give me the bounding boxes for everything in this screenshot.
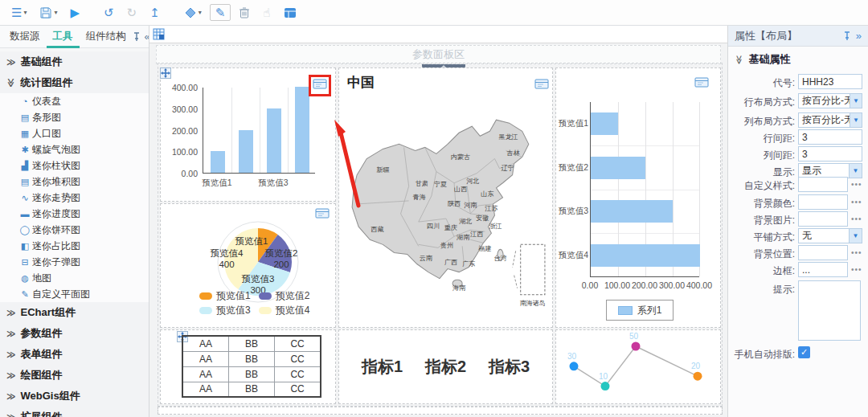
- field-select[interactable]: 按百分比-无▼: [798, 112, 862, 128]
- field-select[interactable]: 无▼: [798, 228, 862, 243]
- report-grid-icon[interactable]: [153, 28, 166, 41]
- parameter-panel[interactable]: 参数面板区: [156, 45, 721, 64]
- checkbox-checked[interactable]: ✓: [798, 346, 810, 358]
- field-input[interactable]: [798, 211, 848, 227]
- table-cell[interactable]: CC: [275, 336, 321, 351]
- province-label: 山东: [481, 190, 493, 198]
- tree-item-population-chart[interactable]: ▦人口图: [0, 125, 149, 141]
- field-select[interactable]: 按百分比-无▼: [798, 93, 862, 108]
- tree-item-custom-plan[interactable]: ✎自定义平面图: [0, 286, 149, 302]
- chart-edit-icon[interactable]: [534, 78, 549, 90]
- tree-item-map[interactable]: ◍地图: [0, 270, 149, 286]
- field-input[interactable]: [798, 194, 848, 210]
- tree-item-gauge[interactable]: ◔仪表盘: [0, 93, 149, 109]
- group-header-6[interactable]: ≫WebGis组件: [0, 386, 149, 407]
- pin-icon[interactable]: [843, 31, 851, 41]
- table-cell[interactable]: CC: [275, 382, 321, 397]
- ellipsis-button[interactable]: •••: [851, 180, 862, 189]
- section-basic-properties[interactable]: ≫ 基础属性: [735, 52, 791, 67]
- design-surface[interactable]: 参数面板区 400.00300.00200.00100.000.00 预览值1预…: [149, 43, 727, 417]
- group-header-1[interactable]: ≫统计图组件: [0, 72, 149, 93]
- column-chart-panel[interactable]: 400.00300.00200.00100.000.00 预览值1预览值3: [160, 67, 336, 202]
- legend-item: 预览值2: [259, 289, 310, 303]
- redo-icon[interactable]: ↻: [122, 5, 142, 20]
- empty-row-panel[interactable]: [158, 407, 723, 415]
- tree-item-mini-ratio[interactable]: ◧迷你占比图: [0, 238, 149, 254]
- metric-2: 指标2: [425, 356, 466, 378]
- field-input[interactable]: ...: [798, 262, 848, 277]
- tree-item-spiral-bubble[interactable]: ✱螺旋气泡图: [0, 141, 149, 157]
- field-row-2: 列布局方式:按百分比-无▼: [728, 112, 868, 129]
- field-row-0: 代号:HHH23: [728, 74, 868, 90]
- field-input[interactable]: 3: [798, 129, 862, 145]
- hbar-chart-panel[interactable]: 预览值1预览值2预览值3预览值4 0.00100.00200.00300.004…: [555, 67, 721, 328]
- save-icon[interactable]: ▾: [35, 5, 62, 21]
- tree-item-mini-trend[interactable]: ∿迷你走势图: [0, 190, 149, 206]
- tab-tools[interactable]: 工具: [47, 26, 80, 48]
- field-input[interactable]: [798, 177, 848, 192]
- format-icon[interactable]: ▾: [179, 6, 207, 20]
- province-label: 贵州: [440, 242, 453, 249]
- group-header-5[interactable]: ≫绘图组件: [0, 365, 149, 386]
- table-cell[interactable]: CC: [275, 351, 321, 366]
- province-label: 河南: [464, 202, 477, 209]
- ellipsis-button[interactable]: •••: [851, 198, 862, 206]
- menu-icon[interactable]: ☰▾: [6, 5, 31, 20]
- table-row: AABBCC: [182, 336, 321, 351]
- population-chart-icon: ▦: [18, 125, 32, 141]
- edit-pencil-icon[interactable]: ✎: [210, 4, 231, 21]
- layout-panel-icon[interactable]: [279, 6, 301, 20]
- field-row-11: 边框:...•••: [728, 262, 868, 278]
- table-cell[interactable]: AA: [182, 366, 228, 382]
- ellipsis-button[interactable]: •••: [851, 215, 862, 223]
- chart-edit-icon[interactable]: [694, 76, 709, 88]
- tree-item-barh-chart[interactable]: ▤条形图: [0, 109, 149, 125]
- undo-icon[interactable]: ↺: [99, 5, 119, 20]
- chart-edit-icon[interactable]: [315, 207, 330, 219]
- main-toolbar: ☰▾ ▾ ▶ ↺ ↻ ↥ ▾ ✎ ☝: [0, 0, 868, 26]
- table-cell[interactable]: BB: [228, 382, 274, 397]
- tree-item-mini-stack[interactable]: ▤迷你堆积图: [0, 174, 149, 190]
- collapse-right-icon[interactable]: »: [856, 30, 862, 42]
- table-panel[interactable]: AABBCCAABBCCAABBCCAABBCC: [160, 329, 336, 404]
- table-cell[interactable]: AA: [182, 382, 228, 397]
- data-table[interactable]: AABBCCAABBCCAABBCCAABBCC: [182, 335, 321, 398]
- table-cell[interactable]: BB: [228, 351, 274, 366]
- pin-icon[interactable]: [133, 32, 141, 42]
- tree-item-mini-bullet[interactable]: ⊟迷你子弹图: [0, 254, 149, 270]
- table-cell[interactable]: BB: [228, 366, 274, 382]
- upload-icon[interactable]: ↥: [145, 5, 165, 20]
- group-header-7[interactable]: ≫扩展组件: [0, 407, 149, 417]
- move-handle-icon[interactable]: [160, 67, 171, 79]
- table-cell[interactable]: AA: [182, 351, 228, 366]
- tab-datasource[interactable]: 数据源: [3, 26, 47, 48]
- chevron-icon: ≫: [1, 78, 22, 88]
- line-chart-panel[interactable]: 30105020: [555, 329, 721, 404]
- field-input[interactable]: 3: [798, 146, 862, 161]
- x-tick-label: 预览值1: [196, 178, 238, 189]
- run-icon[interactable]: ▶: [65, 5, 84, 20]
- province-label: 山西: [454, 186, 467, 193]
- tree-item-mini-donut[interactable]: ◯迷你饼环图: [0, 222, 149, 238]
- y-tick-label: 400.00: [161, 83, 198, 92]
- tab-structure[interactable]: 组件结构: [80, 26, 133, 48]
- tree-item-mini-column[interactable]: ▟迷你柱状图: [0, 157, 149, 174]
- ellipsis-button[interactable]: •••: [851, 265, 862, 274]
- table-cell[interactable]: CC: [275, 366, 321, 382]
- delete-icon[interactable]: [234, 5, 255, 21]
- table-cell[interactable]: BB: [228, 336, 274, 351]
- metrics-panel[interactable]: 指标1 指标2 指标3: [338, 329, 553, 404]
- pie-chart-panel[interactable]: 预览值1预览值2200预览值4400预览值3300 预览值1预览值2 预览值3预…: [160, 203, 336, 328]
- china-map-panel[interactable]: 中国: [338, 67, 553, 328]
- table-cell[interactable]: AA: [182, 336, 228, 351]
- group-header-4[interactable]: ≫表单组件: [0, 344, 149, 365]
- group-header-0[interactable]: ≫基础组件: [0, 51, 149, 72]
- ellipsis-button[interactable]: •••: [851, 248, 862, 257]
- group-header-2[interactable]: ≫EChart组件: [0, 302, 149, 323]
- field-textarea[interactable]: [798, 280, 861, 341]
- field-input[interactable]: [798, 245, 848, 260]
- group-header-3[interactable]: ≫参数组件: [0, 323, 149, 344]
- tree-item-mini-progress[interactable]: ▬迷你进度图: [0, 206, 149, 222]
- field-input[interactable]: HHH23: [798, 74, 862, 89]
- hand-icon[interactable]: ☝: [258, 5, 275, 20]
